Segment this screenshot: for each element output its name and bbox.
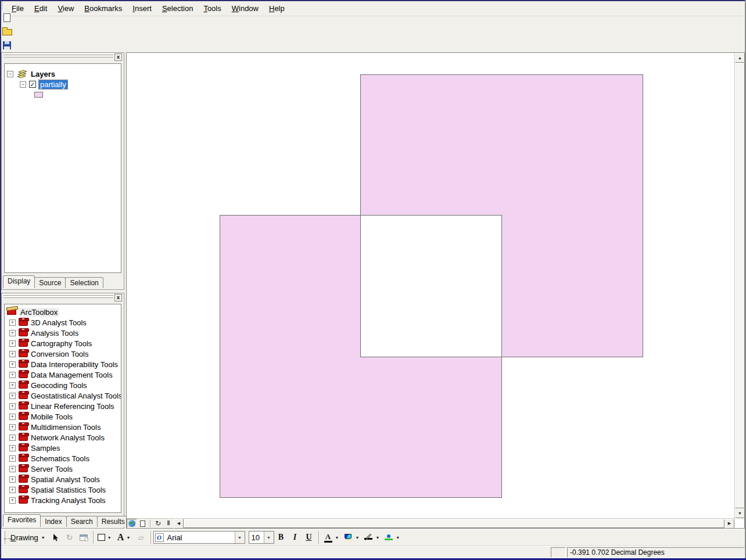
- expand-icon[interactable]: +: [9, 435, 16, 441]
- pause-drawing-button[interactable]: ‖: [163, 519, 174, 528]
- panel-gripper[interactable]: x: [3, 53, 123, 62]
- font-color-button[interactable]: A: [321, 530, 335, 544]
- toc-symbol-row[interactable]: [5, 89, 121, 100]
- toolbox-item-row[interactable]: + Geocoding Tools: [5, 380, 121, 390]
- expand-icon[interactable]: +: [9, 445, 16, 451]
- close-icon[interactable]: x: [114, 53, 122, 61]
- menu-help[interactable]: Help: [264, 2, 289, 15]
- expand-icon[interactable]: +: [9, 424, 16, 430]
- toolbox-item-label[interactable]: Samples: [31, 444, 60, 453]
- arctoolbox-root-label[interactable]: ArcToolbox: [19, 308, 59, 317]
- tab-index[interactable]: Index: [40, 516, 66, 527]
- dropdown-arrow-icon[interactable]: ▼: [375, 536, 379, 540]
- menu-edit[interactable]: Edit: [30, 2, 52, 15]
- scroll-left-icon[interactable]: ◀: [174, 519, 184, 529]
- expand-icon[interactable]: +: [9, 382, 16, 389]
- toolbox-item-label[interactable]: Geocoding Tools: [31, 381, 87, 390]
- tab-search[interactable]: Search: [66, 516, 98, 527]
- toolbox-item-label[interactable]: Tracking Analyst Tools: [31, 496, 106, 505]
- underline-button[interactable]: U: [302, 530, 316, 544]
- menu-tools[interactable]: Tools: [199, 2, 225, 15]
- toolbox-item-label[interactable]: Data Interoperability Tools: [31, 360, 118, 369]
- toc-layer-row[interactable]: − ✓ partially: [5, 79, 121, 89]
- menu-window[interactable]: Window: [227, 2, 263, 15]
- collapse-icon[interactable]: −: [20, 81, 26, 88]
- toolbox-item-label[interactable]: Cartography Tools: [31, 339, 92, 348]
- collapse-icon[interactable]: −: [7, 71, 13, 77]
- scroll-up-icon[interactable]: ▲: [735, 53, 745, 63]
- expand-icon[interactable]: +: [9, 414, 16, 420]
- shape-tool-button[interactable]: [96, 530, 107, 544]
- expand-icon[interactable]: +: [9, 487, 16, 493]
- expand-icon[interactable]: +: [9, 497, 16, 504]
- tab-selection[interactable]: Selection: [65, 277, 103, 288]
- toolbox-item-row[interactable]: + Analysis Tools: [5, 328, 121, 338]
- panel-gripper[interactable]: x: [3, 294, 123, 302]
- map-canvas[interactable]: [127, 53, 734, 518]
- marker-color-button[interactable]: [382, 530, 396, 544]
- horizontal-scrollbar[interactable]: ◀ ▶: [174, 519, 734, 529]
- bold-button[interactable]: B: [274, 530, 288, 544]
- expand-icon[interactable]: +: [9, 476, 16, 483]
- toolbox-item-label[interactable]: Geostatistical Analyst Tools: [31, 392, 121, 400]
- line-color-button[interactable]: [361, 530, 375, 544]
- layer-checkbox[interactable]: ✓: [29, 81, 36, 88]
- toolbox-item-label[interactable]: Network Analyst Tools: [31, 433, 105, 442]
- toolbox-item-label[interactable]: Spatial Statistics Tools: [31, 486, 106, 494]
- toolbox-item-row[interactable]: + Server Tools: [5, 464, 121, 474]
- expand-icon[interactable]: +: [9, 330, 16, 336]
- toolbox-item-label[interactable]: Conversion Tools: [31, 350, 88, 358]
- toolbox-item-label[interactable]: Multidimension Tools: [31, 423, 101, 432]
- toolbox-item-row[interactable]: + Geostatistical Analyst Tools: [5, 390, 121, 401]
- font-name-combo[interactable]: O Arial ▼: [153, 531, 245, 544]
- toolbox-item-row[interactable]: + Samples: [5, 443, 121, 453]
- layout-view-button[interactable]: [137, 519, 148, 528]
- combo-arrow-icon[interactable]: ▼: [235, 532, 245, 543]
- toolbox-item-row[interactable]: + Schematics Tools: [5, 453, 121, 464]
- toolbox-item-row[interactable]: + Data Management Tools: [5, 369, 121, 380]
- dropdown-arrow-icon[interactable]: ▼: [107, 536, 112, 540]
- horizontal-scroll-thumb[interactable]: [184, 519, 725, 528]
- toolbox-item-label[interactable]: Server Tools: [31, 465, 73, 473]
- drawing-menu[interactable]: Drawing ▼: [7, 532, 49, 543]
- toolbox-item-row[interactable]: + Multidimension Tools: [5, 422, 121, 432]
- expand-icon[interactable]: +: [9, 403, 16, 410]
- font-size-combo[interactable]: 10 ▼: [249, 531, 274, 544]
- refresh-view-button[interactable]: ↻: [153, 519, 163, 528]
- layer-symbol-swatch[interactable]: [34, 92, 43, 98]
- expand-icon[interactable]: +: [9, 455, 16, 462]
- toolbox-item-label[interactable]: Analysis Tools: [31, 329, 78, 338]
- toolbox-item-label[interactable]: Spatial Analyst Tools: [31, 475, 100, 484]
- expand-icon[interactable]: +: [9, 340, 16, 347]
- tab-source[interactable]: Source: [34, 277, 66, 288]
- tab-results[interactable]: Results: [97, 516, 130, 527]
- toc-root-label[interactable]: Layers: [31, 70, 55, 78]
- toolbar-grip[interactable]: [2, 531, 5, 544]
- close-icon[interactable]: x: [114, 294, 122, 301]
- expand-icon[interactable]: +: [9, 351, 16, 357]
- select-elements-button[interactable]: [49, 530, 63, 544]
- expand-icon[interactable]: +: [9, 466, 16, 472]
- tab-display[interactable]: Display: [3, 275, 35, 288]
- text-tool-button[interactable]: A: [115, 530, 127, 544]
- toolbox-item-label[interactable]: Mobile Tools: [31, 412, 73, 421]
- toolbox-item-row[interactable]: + Data Interoperability Tools: [5, 359, 121, 369]
- toolbox-item-row[interactable]: + Spatial Analyst Tools: [5, 474, 121, 484]
- toolbox-item-row[interactable]: + 3D Analyst Tools: [5, 317, 121, 328]
- toolbox-item-row[interactable]: + Spatial Statistics Tools: [5, 484, 121, 495]
- toc-layer-label[interactable]: partially: [39, 80, 67, 89]
- scroll-right-icon[interactable]: ▶: [725, 519, 734, 529]
- menu-insert[interactable]: Insert: [128, 2, 156, 15]
- expand-icon[interactable]: +: [9, 393, 16, 399]
- open-button[interactable]: [0, 24, 14, 38]
- italic-button[interactable]: I: [288, 530, 302, 544]
- toolbox-item-label[interactable]: Data Management Tools: [31, 371, 113, 379]
- fill-color-button[interactable]: [341, 530, 355, 544]
- menu-view[interactable]: View: [53, 2, 78, 15]
- scroll-down-icon[interactable]: ▼: [735, 508, 745, 518]
- expand-icon[interactable]: +: [9, 361, 16, 368]
- toolbox-item-row[interactable]: + Conversion Tools: [5, 349, 121, 359]
- toolbox-item-label[interactable]: Linear Referencing Tools: [31, 402, 114, 411]
- dropdown-arrow-icon[interactable]: ▼: [127, 536, 131, 540]
- data-view-button[interactable]: [127, 519, 137, 528]
